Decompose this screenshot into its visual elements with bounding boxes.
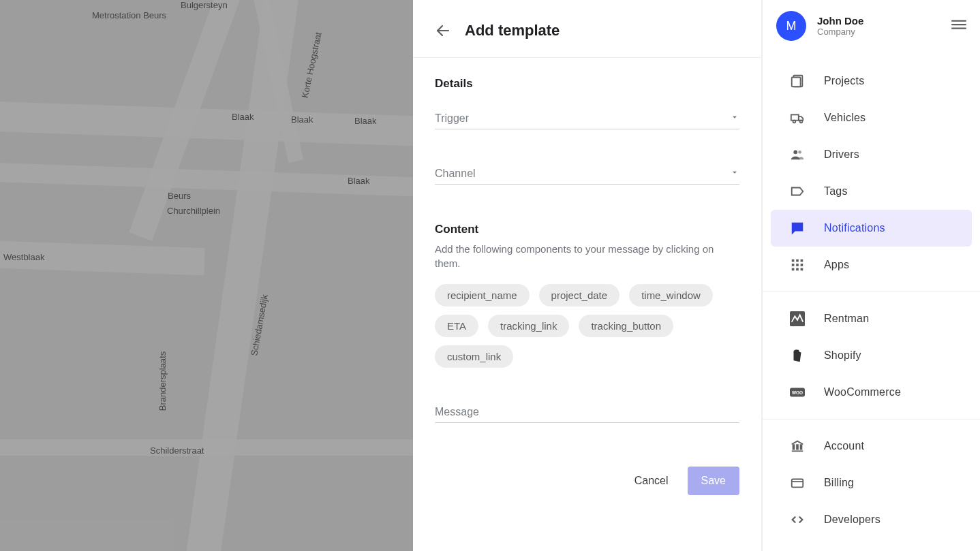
- sidebar-item-shopify[interactable]: Shopify: [771, 337, 972, 374]
- add-template-panel: Add template Details Trigger Channel Con…: [413, 0, 762, 551]
- channel-select[interactable]: Channel: [435, 168, 739, 185]
- map-background: Metrostation BeursBulgersteynKorte Hoogs…: [0, 0, 413, 551]
- svg-rect-27: [801, 445, 802, 449]
- sidebar-item-label: Tags: [824, 185, 953, 198]
- svg-rect-26: [797, 445, 798, 449]
- component-chips: recipient_nameproject_datetime_windowETA…: [435, 284, 739, 368]
- sidebar-item-tags[interactable]: Tags: [771, 173, 972, 210]
- hamburger-icon[interactable]: [951, 17, 966, 35]
- svg-rect-18: [801, 264, 803, 266]
- svg-rect-21: [801, 268, 803, 271]
- svg-rect-13: [792, 259, 795, 262]
- chip-recipient_name[interactable]: recipient_name: [435, 284, 530, 306]
- user-company: Company: [817, 27, 863, 37]
- channel-placeholder: Channel: [435, 168, 476, 179]
- chip-time_window[interactable]: time_window: [629, 284, 713, 306]
- avatar[interactable]: M: [776, 11, 806, 41]
- user-name: John Doe: [817, 15, 863, 27]
- user-meta: John Doe Company: [817, 15, 863, 37]
- panel-actions: Cancel Save: [413, 467, 761, 517]
- sidebar-item-label: Account: [824, 440, 953, 452]
- svg-rect-29: [792, 479, 803, 488]
- chevron-down-icon: [730, 168, 739, 180]
- sidebar-item-label: Billing: [824, 477, 953, 489]
- svg-rect-14: [796, 259, 799, 262]
- drivers-icon: [790, 147, 805, 162]
- svg-rect-17: [796, 264, 799, 266]
- woo-icon: WOO: [790, 385, 805, 400]
- svg-rect-19: [792, 268, 795, 271]
- sidebar-item-billing[interactable]: Billing: [771, 465, 972, 501]
- rentman-icon: [790, 311, 805, 326]
- panel-header: Add template: [413, 0, 761, 58]
- truck-icon: [790, 110, 805, 125]
- chip-tracking_button[interactable]: tracking_button: [579, 315, 673, 337]
- sidebar-header: M John Doe Company: [763, 0, 980, 57]
- sidebar-item-label: Rentman: [824, 313, 953, 325]
- sidebar-item-label: Drivers: [824, 148, 953, 161]
- content-heading: Content: [435, 223, 739, 236]
- sidebar-item-label: Shopify: [824, 349, 953, 362]
- svg-rect-5: [792, 78, 801, 87]
- trigger-placeholder: Trigger: [435, 112, 469, 124]
- svg-point-9: [793, 150, 797, 154]
- sidebar-item-developers[interactable]: Developers: [771, 501, 972, 538]
- message-input[interactable]: Message: [435, 406, 739, 423]
- sidebar: M John Doe Company ProjectsVehiclesDrive…: [762, 0, 980, 551]
- projects-icon: [790, 74, 805, 89]
- sidebar-item-label: Developers: [824, 514, 953, 526]
- svg-rect-1: [951, 20, 966, 22]
- svg-point-8: [800, 121, 803, 123]
- code-icon: [790, 512, 805, 527]
- svg-rect-3: [951, 28, 966, 29]
- chip-custom_link[interactable]: custom_link: [435, 345, 513, 368]
- svg-rect-16: [792, 264, 795, 266]
- chip-ETA[interactable]: ETA: [435, 315, 478, 337]
- shopify-icon: [790, 348, 805, 363]
- sidebar-item-rentman[interactable]: Rentman: [771, 300, 972, 337]
- sidebar-item-label: WooCommerce: [824, 386, 953, 398]
- bank-icon: [790, 439, 805, 454]
- grid-icon: [790, 257, 805, 272]
- sidebar-item-label: Vehicles: [824, 112, 953, 124]
- sidebar-item-notifications[interactable]: Notifications: [771, 210, 972, 247]
- sidebar-item-drivers[interactable]: Drivers: [771, 136, 972, 173]
- svg-text:WOO: WOO: [792, 390, 803, 395]
- sidebar-item-apps[interactable]: Apps: [771, 247, 972, 283]
- sidebar-item-label: Apps: [824, 259, 953, 271]
- trigger-select[interactable]: Trigger: [435, 112, 739, 129]
- sidebar-item-projects[interactable]: Projects: [771, 63, 972, 99]
- svg-rect-6: [791, 114, 799, 120]
- svg-rect-20: [796, 268, 799, 271]
- chip-tracking_link[interactable]: tracking_link: [488, 315, 569, 337]
- chip-project_date[interactable]: project_date: [539, 284, 620, 306]
- save-button[interactable]: Save: [688, 467, 739, 495]
- svg-rect-25: [793, 445, 795, 449]
- chat-icon: [790, 221, 805, 236]
- panel-title: Add template: [465, 22, 560, 40]
- content-hint: Add the following components to your mes…: [435, 242, 739, 270]
- back-arrow-icon[interactable]: [435, 22, 451, 39]
- sidebar-item-label: Notifications: [824, 222, 953, 234]
- message-placeholder: Message: [435, 406, 479, 418]
- sidebar-item-label: Projects: [824, 75, 953, 87]
- sidebar-item-account[interactable]: Account: [771, 428, 972, 465]
- cancel-button[interactable]: Cancel: [634, 475, 669, 487]
- svg-point-10: [798, 151, 801, 154]
- card-icon: [790, 475, 805, 490]
- details-heading: Details: [435, 77, 739, 91]
- svg-rect-2: [951, 24, 966, 25]
- tag-icon: [790, 184, 805, 199]
- sidebar-item-vehicles[interactable]: Vehicles: [771, 99, 972, 136]
- svg-point-7: [793, 121, 796, 123]
- sidebar-item-woocommerce[interactable]: WOOWooCommerce: [771, 374, 972, 411]
- chevron-down-icon: [730, 112, 739, 125]
- svg-rect-15: [801, 259, 803, 262]
